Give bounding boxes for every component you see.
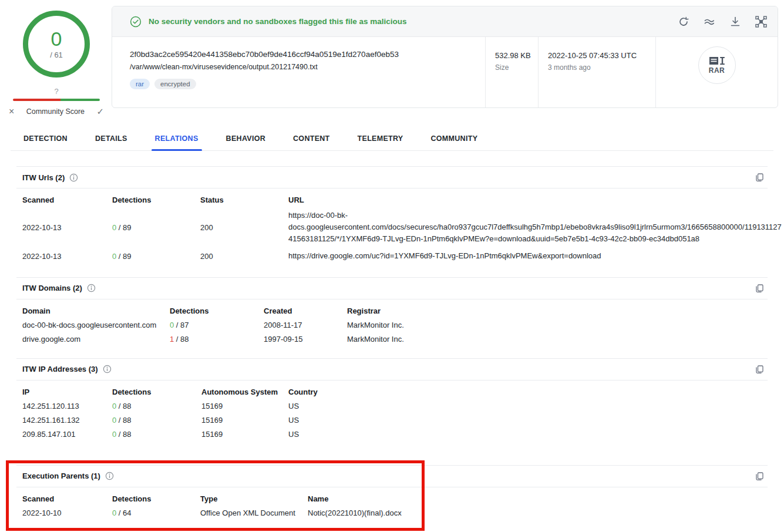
tag-encrypted[interactable]: encrypted	[154, 79, 196, 89]
detections-positives: 1	[170, 335, 174, 344]
itw-ips-title: ITW IP Addresses (3)	[22, 365, 98, 373]
detections-cell: 0 / 89	[112, 252, 200, 261]
col-detections: Detections	[112, 388, 201, 396]
score-bar-green-segment	[60, 99, 100, 101]
info-icon[interactable]	[69, 173, 78, 182]
ip-link[interactable]: 142.251.120.113	[22, 402, 112, 410]
status-code: 200	[200, 252, 288, 261]
copy-icon[interactable]	[755, 365, 764, 374]
file-type: Office Open XML Document	[200, 509, 308, 517]
report-tabs: DETECTION DETAILS RELATIONS BEHAVIOR CON…	[11, 134, 773, 150]
url-link[interactable]: https://drive.google.com/uc?id=1YXMF6d9-…	[288, 250, 768, 262]
last-analysis-column: 2022-10-25 07:45:33 UTC 3 months ago	[538, 37, 655, 107]
asn: 15169	[201, 402, 288, 410]
tab-behavior[interactable]: BEHAVIOR	[226, 134, 265, 150]
col-country: Country	[288, 388, 768, 396]
tag-rar[interactable]: rar	[130, 79, 150, 89]
file-details: 2f0bd3ac2ce595420e441358ebc70b0ef9de416c…	[112, 37, 778, 107]
tab-details[interactable]: DETAILS	[95, 134, 127, 150]
relations-content: ITW Urls (2) Scanned Detections	[16, 166, 768, 532]
execution-parents-table: Scanned Detections Type Name 2022-10-10 …	[16, 487, 768, 524]
country: US	[288, 402, 768, 410]
asn: 15169	[201, 416, 288, 425]
itw-urls-table: Scanned Detections Status URL 2022-10-13…	[16, 188, 768, 269]
col-status: Status	[200, 196, 288, 204]
tab-content[interactable]: CONTENT	[293, 134, 330, 150]
graph-icon	[755, 15, 768, 28]
ip-link[interactable]: 209.85.147.101	[22, 430, 112, 439]
copy-icon[interactable]	[755, 284, 764, 293]
info-icon[interactable]	[105, 472, 114, 480]
col-ip: IP	[22, 388, 112, 396]
file-size-value: 532.98 KB	[495, 51, 530, 60]
info-icon[interactable]	[103, 365, 112, 373]
table-row: drive.google.com 1 / 88 1997-09-15 MarkM…	[22, 335, 768, 344]
info-icon[interactable]	[87, 284, 96, 292]
ip-link[interactable]: 142.251.161.132	[22, 416, 112, 425]
report-header: 0 / 61 ? × Community Score ✓	[0, 0, 784, 117]
reanalyze-button[interactable]	[677, 15, 691, 29]
created-date: 2008-11-17	[264, 321, 347, 329]
domain-link[interactable]: drive.google.com	[22, 335, 170, 344]
file-summary-card: No security vendors and no sandboxes fla…	[112, 6, 778, 108]
created-date: 1997-09-15	[264, 335, 347, 344]
file-size-label: Size	[495, 63, 530, 72]
col-detections: Detections	[170, 307, 264, 315]
detections-total: / 64	[119, 509, 132, 517]
copy-icon[interactable]	[755, 173, 764, 182]
registrar: MarkMonitor Inc.	[347, 321, 768, 329]
vote-down-icon[interactable]: ×	[9, 106, 14, 117]
section-itw-ips: ITW IP Addresses (3) IP Detections	[16, 358, 768, 445]
tab-relations[interactable]: RELATIONS	[155, 134, 198, 150]
detections-total: / 88	[176, 335, 189, 344]
col-url: URL	[288, 196, 768, 204]
detections-positives: 0	[112, 509, 116, 517]
detections-positives: 0	[112, 402, 116, 410]
table-row: 2022-10-13 0 / 89 200 https://drive.goog…	[22, 250, 768, 262]
similar-files-button[interactable]	[702, 15, 716, 29]
detections-cell: 0 / 88	[112, 430, 201, 439]
section-execution-parents: Execution Parents (1) Scanned Detectio	[16, 465, 768, 524]
graph-button[interactable]	[754, 15, 768, 29]
detections-total: / 88	[119, 402, 132, 410]
community-score-question: ?	[54, 87, 58, 96]
detections-positives: 0	[112, 416, 116, 425]
itw-urls-title: ITW Urls (2)	[22, 173, 65, 182]
itw-ips-header: ITW IP Addresses (3)	[16, 358, 768, 381]
scanned-date: 2022-10-13	[22, 252, 112, 261]
file-type-label: RAR	[709, 66, 725, 75]
copy-icon[interactable]	[755, 472, 764, 481]
scanned-date: 2022-10-13	[22, 223, 112, 232]
detections-positives: 0	[112, 252, 116, 261]
vote-up-icon[interactable]: ✓	[96, 106, 104, 117]
itw-urls-header: ITW Urls (2)	[16, 166, 768, 188]
parent-file-link[interactable]: Notic(20221010)(final).docx	[308, 509, 768, 517]
execution-parents-header: Execution Parents (1)	[16, 465, 768, 487]
col-scanned: Scanned	[22, 494, 112, 503]
detections-total: / 89	[119, 252, 132, 261]
detections-total: / 87	[176, 321, 189, 329]
country: US	[288, 430, 768, 439]
domain-link[interactable]: doc-00-bk-docs.googleusercontent.com	[22, 321, 170, 329]
detections-total: / 88	[119, 430, 132, 439]
community-score-label: Community Score	[26, 107, 85, 116]
table-header-row: IP Detections Autonomous System Country	[22, 388, 768, 396]
table-row: 2022-10-10 0 / 64 Office Open XML Docume…	[22, 509, 768, 517]
verdict-message: No security vendors and no sandboxes fla…	[149, 17, 407, 26]
detections-total: / 89	[119, 223, 132, 232]
tab-community[interactable]: COMMUNITY	[431, 134, 478, 150]
itw-domains-header: ITW Domains (2)	[16, 277, 768, 299]
report-tabs-bar: DETECTION DETAILS RELATIONS BEHAVIOR CON…	[11, 134, 773, 151]
download-button[interactable]	[728, 15, 742, 29]
detections-total: / 88	[119, 416, 132, 425]
score-positives: 0	[51, 29, 62, 49]
col-asn: Autonomous System	[201, 388, 288, 396]
detections-cell: 1 / 88	[170, 335, 264, 344]
tab-telemetry[interactable]: TELEMETRY	[358, 134, 403, 150]
url-link[interactable]: https://doc-00-bk-docs.googleusercontent…	[288, 210, 784, 245]
file-identity-block: 2f0bd3ac2ce595420e441358ebc70b0ef9de416c…	[112, 37, 485, 107]
tab-detection[interactable]: DETECTION	[23, 134, 68, 150]
detections-cell: 0 / 87	[170, 321, 264, 329]
col-created: Created	[264, 307, 347, 315]
table-row: 209.85.147.101 0 / 88 15169 US	[22, 430, 768, 439]
